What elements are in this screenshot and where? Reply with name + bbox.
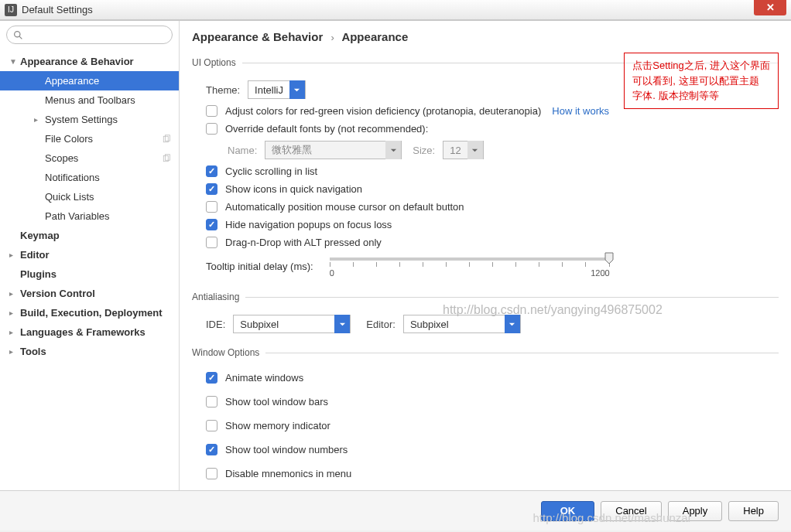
sidebar-item-editor[interactable]: ▸Editor <box>0 245 179 264</box>
sidebar-item-quick-lists[interactable]: Quick Lists <box>0 187 179 206</box>
tree-arrow-icon: ▸ <box>9 289 17 298</box>
search-input-wrap[interactable] <box>6 26 173 44</box>
search-input[interactable] <box>26 29 166 40</box>
ui-options-legend: UI Options <box>192 57 242 68</box>
link-how-it-works[interactable]: How it works <box>552 105 609 117</box>
label-hide-popups: Hide navigation popups on focus loss <box>225 219 392 230</box>
sidebar-item-notifications[interactable]: Notifications <box>0 168 179 187</box>
label-show-bars: Show tool window bars <box>225 396 328 408</box>
sidebar-item-build-execution-deployment[interactable]: ▸Build, Execution, Deployment <box>0 303 179 322</box>
tree-arrow-icon: ▸ <box>9 328 17 336</box>
breadcrumb-current: Appearance <box>341 30 408 43</box>
sidebar-item-appearance[interactable]: Appearance <box>0 71 179 90</box>
cancel-button[interactable]: Cancel <box>601 501 661 521</box>
font-name-label: Name: <box>228 145 257 156</box>
chevron-down-icon <box>467 141 483 159</box>
svg-point-0 <box>15 31 20 36</box>
editor-aa-select[interactable]: Subpixel <box>403 315 521 333</box>
sidebar-item-version-control[interactable]: ▸Version Control <box>0 284 179 303</box>
font-name-value: 微软雅黑 <box>265 143 385 157</box>
label-show-icons: Show icons in quick navigation <box>225 183 362 195</box>
sidebar-item-languages-frameworks[interactable]: ▸Languages & Frameworks <box>0 322 179 342</box>
checkbox-disable-mnemonics-menu[interactable] <box>206 468 217 479</box>
slider-thumb-icon[interactable] <box>604 252 615 264</box>
sidebar-item-label: File Colors <box>45 133 93 145</box>
sidebar-item-plugins[interactable]: Plugins <box>0 264 179 284</box>
sidebar-item-scopes[interactable]: Scopes <box>0 148 179 168</box>
label-show-memory: Show memory indicator <box>225 420 330 431</box>
checkbox-cyclic-scrolling[interactable] <box>206 165 217 177</box>
dialog-footer: http://blog.csdn.net/mashunzai OK Cancel… <box>0 490 791 530</box>
ide-aa-value: Subpixel <box>234 319 334 330</box>
chevron-down-icon <box>334 315 350 333</box>
apply-button[interactable]: Apply <box>668 501 723 521</box>
label-disable-mnemonics-menu: Disable mnemonics in menu <box>225 468 351 479</box>
breadcrumb-sep: › <box>330 32 334 43</box>
copy-icon <box>162 154 171 163</box>
slider-min: 0 <box>330 268 334 278</box>
help-button[interactable]: Help <box>728 501 779 521</box>
search-icon <box>13 30 23 40</box>
sidebar-item-label: Version Control <box>20 288 95 299</box>
checkbox-show-numbers[interactable] <box>206 444 217 455</box>
sidebar-item-path-variables[interactable]: Path Variables <box>0 206 179 226</box>
chevron-down-icon <box>289 80 305 99</box>
theme-select[interactable]: IntelliJ <box>248 80 306 99</box>
ok-button[interactable]: OK <box>541 501 595 521</box>
sidebar-item-menus-and-toolbars[interactable]: Menus and Toolbars <box>0 90 179 110</box>
sidebar-item-label: System Settings <box>45 114 118 125</box>
label-cyclic-scrolling: Cyclic scrolling in list <box>225 165 317 177</box>
sidebar-item-appearance-behavior[interactable]: ▼Appearance & Behavior <box>0 52 179 71</box>
chevron-down-icon <box>385 141 401 159</box>
sidebar-item-label: Path Variables <box>45 210 110 222</box>
sidebar-item-system-settings[interactable]: ▸System Settings <box>0 110 179 129</box>
label-dnd-alt: Drag-n-Drop with ALT pressed only <box>225 237 382 248</box>
label-override-fonts: Override default fonts by (not recommend… <box>225 123 428 135</box>
close-button[interactable]: ✕ <box>754 0 786 15</box>
sidebar-item-keymap[interactable]: Keymap <box>0 226 179 245</box>
window-title: Default Settings <box>22 4 93 15</box>
antialiasing-legend: Antialiasing <box>192 292 245 302</box>
label-adjust-colors: Adjust colors for red-green vision defic… <box>225 105 541 117</box>
sidebar-item-label: Tools <box>20 346 46 357</box>
sidebar-item-label: Appearance & Behavior <box>20 56 134 67</box>
label-auto-cursor: Automatically position mouse cursor on d… <box>225 201 464 213</box>
sidebar-item-file-colors[interactable]: File Colors <box>0 129 179 148</box>
theme-label: Theme: <box>206 84 240 96</box>
font-size-value: 12 <box>443 145 467 156</box>
sidebar-item-label: Notifications <box>45 172 100 183</box>
checkbox-dnd-alt[interactable] <box>206 237 217 248</box>
checkbox-override-fonts[interactable] <box>206 123 217 135</box>
font-name-select[interactable]: 微软雅黑 <box>265 141 402 159</box>
sidebar-item-label: Menus and Toolbars <box>45 94 135 106</box>
slider-max: 1200 <box>591 268 609 278</box>
title-bar: IJ Default Settings ✕ <box>0 0 791 20</box>
editor-aa-value: Subpixel <box>404 319 505 330</box>
tooltip-delay-slider[interactable]: 01200 <box>330 257 610 278</box>
sidebar-item-label: Appearance <box>45 75 99 87</box>
font-size-label: Size: <box>413 145 435 156</box>
theme-value: IntelliJ <box>248 84 289 96</box>
chevron-down-icon <box>505 315 520 333</box>
app-icon: IJ <box>5 4 17 16</box>
sidebar-item-label: Editor <box>20 249 50 261</box>
settings-panel: 点击Setting之后, 进入这个界面 可以看到, 这里可以配置主题 字体. 版… <box>180 49 791 490</box>
sidebar-item-label: Keymap <box>20 230 60 241</box>
sidebar-item-tools[interactable]: ▸Tools <box>0 342 179 361</box>
breadcrumb-parent: Appearance & Behavior <box>192 30 323 43</box>
checkbox-hide-popups[interactable] <box>206 219 217 230</box>
checkbox-show-memory[interactable] <box>206 420 217 431</box>
tree-arrow-icon: ▸ <box>9 347 17 356</box>
window-options-legend: Window Options <box>192 347 265 358</box>
checkbox-adjust-colors[interactable] <box>206 105 217 117</box>
checkbox-auto-cursor[interactable] <box>206 201 217 213</box>
checkbox-show-bars[interactable] <box>206 396 217 408</box>
sidebar-item-label: Languages & Frameworks <box>20 326 146 338</box>
ide-aa-select[interactable]: Subpixel <box>233 315 351 333</box>
checkbox-show-icons[interactable] <box>206 183 217 195</box>
label-show-numbers: Show tool window numbers <box>225 444 348 455</box>
checkbox-animate-windows[interactable] <box>206 372 217 384</box>
font-size-select[interactable]: 12 <box>443 141 483 159</box>
sidebar-item-label: Scopes <box>45 152 78 164</box>
tooltip-delay-label: Tooltip initial delay (ms): <box>206 261 327 272</box>
